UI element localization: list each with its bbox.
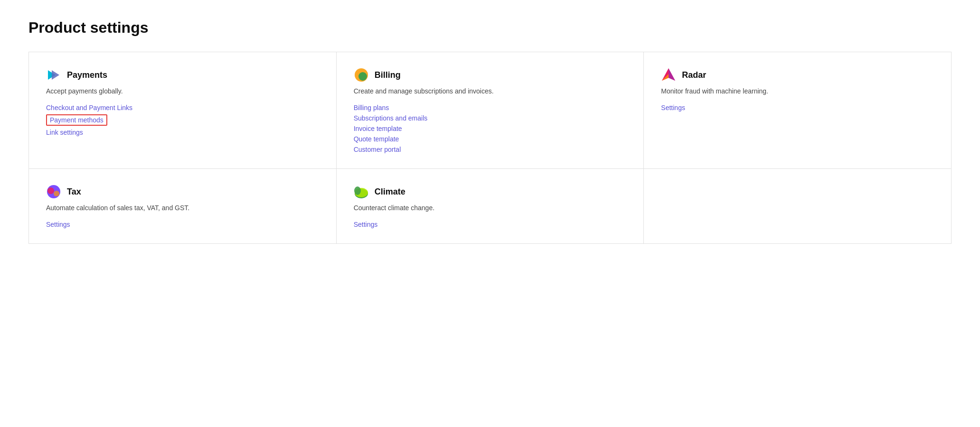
svg-point-8 (47, 187, 54, 194)
empty-cell (644, 169, 952, 244)
billing-title: Billing (375, 70, 401, 80)
page-title: Product settings (28, 19, 952, 37)
climate-header: Climate (354, 184, 627, 199)
radar-title: Radar (682, 70, 706, 80)
payments-title: Payments (67, 70, 107, 80)
payments-links: Checkout and Payment Links Payment metho… (46, 104, 319, 136)
billing-plans-link[interactable]: Billing plans (354, 104, 389, 111)
customer-portal-link[interactable]: Customer portal (354, 146, 401, 153)
payments-icon (46, 67, 61, 83)
climate-title: Climate (375, 187, 405, 197)
billing-header: Billing (354, 67, 627, 83)
climate-settings-link[interactable]: Settings (354, 221, 378, 228)
climate-cell: Climate Counteract climate change. Setti… (337, 169, 644, 244)
billing-links: Billing plans Subscriptions and emails I… (354, 104, 627, 153)
svg-marker-1 (52, 70, 59, 80)
svg-point-12 (354, 186, 361, 195)
tax-icon (46, 184, 61, 199)
billing-desc: Create and manage subscriptions and invo… (354, 86, 627, 96)
tax-settings-link[interactable]: Settings (46, 221, 70, 228)
radar-settings-link[interactable]: Settings (661, 104, 685, 111)
tax-desc: Automate calculation of sales tax, VAT, … (46, 203, 319, 213)
subscriptions-emails-link[interactable]: Subscriptions and emails (354, 114, 428, 122)
radar-desc: Monitor fraud with machine learning. (661, 86, 934, 96)
radar-header: Radar (661, 67, 934, 83)
radar-cell: Radar Monitor fraud with machine learnin… (644, 52, 952, 169)
checkout-payment-links-link[interactable]: Checkout and Payment Links (46, 104, 132, 111)
billing-icon (354, 67, 369, 83)
tax-title: Tax (67, 187, 81, 197)
tax-links: Settings (46, 221, 319, 228)
svg-point-9 (54, 191, 59, 196)
billing-cell: Billing Create and manage subscriptions … (337, 52, 644, 169)
radar-links: Settings (661, 104, 934, 111)
radar-icon (661, 67, 676, 83)
climate-icon (354, 184, 369, 199)
climate-desc: Counteract climate change. (354, 203, 627, 213)
svg-point-3 (358, 72, 367, 81)
payments-header: Payments (46, 67, 319, 83)
payment-methods-link[interactable]: Payment methods (46, 114, 107, 126)
svg-marker-5 (669, 68, 675, 81)
invoice-template-link[interactable]: Invoice template (354, 125, 402, 132)
quote-template-link[interactable]: Quote template (354, 135, 399, 143)
climate-links: Settings (354, 221, 627, 228)
product-settings-grid: Payments Accept payments globally. Check… (28, 52, 952, 244)
tax-header: Tax (46, 184, 319, 199)
link-settings-link[interactable]: Link settings (46, 129, 83, 136)
payments-cell: Payments Accept payments globally. Check… (29, 52, 337, 169)
payments-desc: Accept payments globally. (46, 86, 319, 96)
tax-cell: Tax Automate calculation of sales tax, V… (29, 169, 337, 244)
